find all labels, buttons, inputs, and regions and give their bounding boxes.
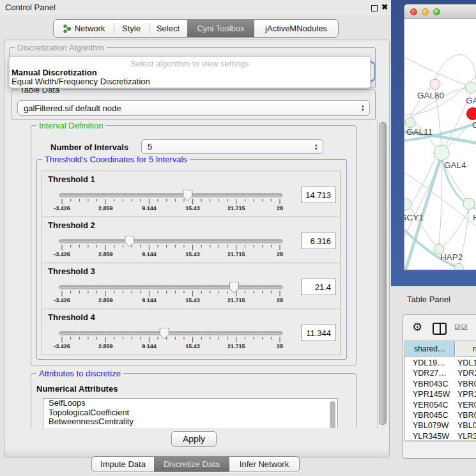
list-scrollbar[interactable] xyxy=(330,401,335,428)
network-view-window: GAL80GACGAL11GAL4GCY1HHAP2 xyxy=(404,4,476,270)
network-node-h[interactable] xyxy=(463,198,475,210)
svg-text:9.144: 9.144 xyxy=(142,251,157,257)
threshold-slider[interactable]: -3.4262.8599.14415.4321.71528 xyxy=(54,188,288,213)
minimize-traffic-light-icon[interactable] xyxy=(422,8,429,15)
threshold-slider[interactable]: -3.4262.8599.14415.4321.71528 xyxy=(54,326,288,351)
table-row[interactable]: YPR145WYPR1 xyxy=(405,389,476,399)
number-of-intervals-label: Number of Intervals xyxy=(50,142,128,152)
algorithm-dropdown-popup: Select algorithm to view settings Manual… xyxy=(9,56,371,88)
stepper-arrows-icon xyxy=(314,143,318,151)
network-window-titlebar[interactable] xyxy=(404,4,476,19)
slider-thumb[interactable] xyxy=(183,190,192,201)
tab-label: Style xyxy=(122,24,141,33)
table-row[interactable]: YBR043CYBR0 xyxy=(405,379,476,389)
attribute-list-item[interactable]: BetweennessCentrality xyxy=(43,417,337,427)
threshold-panel-4: Threshold 4 -3.4262.8599.14415.4321.7152… xyxy=(42,309,341,355)
tab-cyni-toolbox[interactable]: Cyni Toolbox xyxy=(187,20,254,37)
interval-definition-group: Interval Definition Number of Intervals … xyxy=(31,125,357,365)
tab-network[interactable]: Network xyxy=(54,20,114,37)
tab-infer-network[interactable]: Infer Network xyxy=(229,457,299,472)
threshold-value-field[interactable]: 14.713 xyxy=(301,187,336,203)
cell-shared-name: YDR27… xyxy=(413,369,447,378)
column-header-shared-name[interactable]: shared… xyxy=(405,341,455,357)
close-traffic-light-icon[interactable] xyxy=(410,8,417,15)
svg-text:28: 28 xyxy=(277,205,283,211)
svg-text:2.859: 2.859 xyxy=(98,297,113,303)
settings-gear-icon[interactable]: ⚙ xyxy=(412,321,422,333)
close-icon[interactable]: ✖ xyxy=(381,3,388,12)
tab-select[interactable]: Select xyxy=(149,20,187,37)
cell-name: YPR1 xyxy=(457,390,476,399)
apply-button[interactable]: Apply xyxy=(171,431,217,447)
number-of-intervals-combobox[interactable]: 5 xyxy=(141,139,323,154)
threshold-panel-3: Threshold 3 -3.4262.8599.14415.4321.7152… xyxy=(42,263,341,309)
slider-thumb[interactable] xyxy=(125,236,134,247)
attribute-list-item[interactable]: SelfLoops xyxy=(43,399,337,408)
tab-label: Cyni Toolbox xyxy=(197,24,244,33)
tab-jactivemnodules[interactable]: jActiveMNodules xyxy=(254,20,338,37)
network-node-gal11[interactable] xyxy=(405,118,415,128)
node-label: GAL80 xyxy=(417,91,444,100)
network-graph-canvas[interactable]: GAL80GACGAL11GAL4GCY1HHAP2 xyxy=(404,19,476,270)
svg-text:15.43: 15.43 xyxy=(185,251,200,257)
svg-text:15.43: 15.43 xyxy=(185,297,200,303)
dropdown-option-manual-discretization[interactable]: Manual Discretization xyxy=(12,68,97,77)
tab-label: jActiveMNodules xyxy=(265,24,327,33)
numerical-attributes-list[interactable]: SelfLoopsTopologicalCoefficientBetweenne… xyxy=(43,398,338,428)
node-label: GA xyxy=(466,96,476,105)
tab-discretize-data[interactable]: Discretize Data xyxy=(154,457,229,472)
table-horizontal-scrollbar[interactable] xyxy=(405,440,476,441)
threshold-value-field[interactable]: 6.316 xyxy=(301,233,336,249)
threshold-label: Threshold 1 xyxy=(48,174,95,184)
network-node[interactable] xyxy=(454,263,463,270)
svg-text:9.144: 9.144 xyxy=(142,343,157,349)
node-label: C xyxy=(472,120,476,130)
table-panel-titlebar: Table Panel xyxy=(391,286,476,313)
threshold-slider[interactable]: -3.4262.8599.14415.4321.71528 xyxy=(54,234,288,259)
slider-thumb[interactable] xyxy=(160,328,169,339)
node-label: H xyxy=(473,213,476,222)
attribute-list-item[interactable]: TopologicalCoefficient xyxy=(43,408,337,418)
float-window-icon[interactable] xyxy=(371,5,378,12)
table-row[interactable]: YBR045CYBR0 xyxy=(405,410,476,420)
table-row[interactable]: YDL19…YDL1 xyxy=(405,358,476,368)
slider-thumb[interactable] xyxy=(229,282,238,293)
column-header-name[interactable]: na xyxy=(456,341,476,357)
node-label: GAL4 xyxy=(444,160,466,170)
dropdown-option-equal-width-frequency[interactable]: Equal Width/Frequency Discretization xyxy=(12,77,150,86)
cell-shared-name: YDL19… xyxy=(413,358,445,367)
network-node-ga[interactable] xyxy=(465,82,476,93)
tab-style[interactable]: Style xyxy=(114,20,149,37)
table-row[interactable]: YDR27…YDR2 xyxy=(405,368,476,378)
svg-text:21.715: 21.715 xyxy=(227,343,245,349)
table-row[interactable]: YBL079WYBL0 xyxy=(405,420,476,431)
cell-shared-name: YER054C xyxy=(413,401,449,410)
cell-shared-name: YPR145W xyxy=(413,390,450,399)
tab-label: Discretize Data xyxy=(164,459,220,469)
node-attribute-table[interactable]: shared… na YDL19…YDL1YDR27…YDR2YBR043CYB… xyxy=(404,341,476,441)
network-node-gal4[interactable] xyxy=(434,145,449,160)
threshold-value-field[interactable]: 21.4 xyxy=(301,279,336,295)
thresholds-group: Threshold's Coordinates for 5 Intervals … xyxy=(36,159,347,360)
threshold-slider[interactable]: -3.4262.8599.14415.4321.71528 xyxy=(54,280,288,305)
svg-text:2.859: 2.859 xyxy=(98,251,113,257)
interval-definition-title: Interval Definition xyxy=(36,121,105,130)
panel-scrollbar[interactable] xyxy=(377,120,387,428)
network-node-gcy1[interactable] xyxy=(404,199,411,210)
threshold-value-field[interactable]: 11.344 xyxy=(301,325,336,341)
tab-impute-data[interactable]: Impute Data xyxy=(92,457,154,472)
numerical-attributes-label: Numerical Attributes xyxy=(36,384,118,394)
tab-label: Infer Network xyxy=(240,459,289,469)
threshold-panel-1: Threshold 1 -3.4262.8599.14415.4321.7152… xyxy=(42,171,341,217)
panel-scrollbar-thumb[interactable] xyxy=(379,122,387,425)
settings-scroll-area: Interval Definition Number of Intervals … xyxy=(5,120,376,428)
cell-name: YBR0 xyxy=(457,380,476,388)
network-node-gal80[interactable] xyxy=(430,79,440,89)
select-columns-checkbox-icons[interactable]: ☑☑ xyxy=(454,323,468,332)
table-row[interactable]: YER054CYER0 xyxy=(405,400,476,410)
network-node-c[interactable] xyxy=(467,108,476,120)
table-data-combobox[interactable]: galFiltered.sif default node xyxy=(17,100,370,116)
svg-text:-3.426: -3.426 xyxy=(54,205,70,211)
split-panel-icon[interactable] xyxy=(433,323,447,335)
zoom-traffic-light-icon[interactable] xyxy=(433,8,440,15)
